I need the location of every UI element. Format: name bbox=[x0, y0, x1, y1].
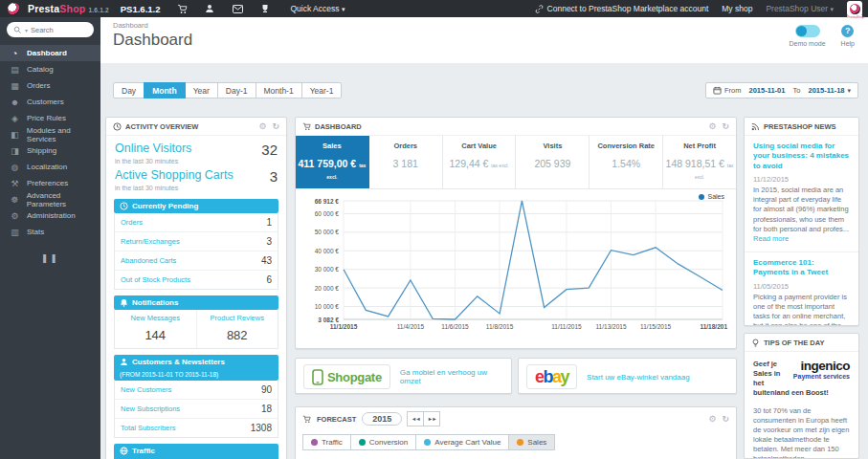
sidebar-item-preferences[interactable]: ⚒Preferences bbox=[0, 175, 100, 191]
online-visitors-link[interactable]: Online Visitors bbox=[115, 142, 191, 155]
range-month-button[interactable]: Month bbox=[144, 82, 186, 98]
sidebar-item-orders[interactable]: ▦Orders bbox=[0, 77, 100, 94]
customers-row: New Subscriptions18 bbox=[115, 400, 278, 419]
tip-content: ingenico Payment services Geef je Sales … bbox=[745, 352, 858, 459]
sidebar-item-customers[interactable]: ☻Customers bbox=[0, 94, 100, 110]
messages-icon[interactable] bbox=[232, 3, 244, 15]
online-visitors-value: 32 bbox=[261, 142, 278, 158]
refresh-icon[interactable]: ↻ bbox=[272, 121, 279, 131]
sidebar-item-stats[interactable]: ▥Stats bbox=[0, 224, 100, 240]
ebay-logo[interactable]: ebay bbox=[526, 364, 577, 389]
returns-link[interactable]: Return/Exchanges bbox=[121, 237, 180, 246]
forecast-tab-conversion[interactable]: Conversion bbox=[350, 434, 416, 450]
settings-gear-icon[interactable]: ⚙ bbox=[258, 121, 266, 131]
forecast-prev-button[interactable]: ◄◄ bbox=[407, 411, 424, 426]
read-more-link[interactable]: Read more bbox=[753, 234, 789, 243]
trophy-icon[interactable] bbox=[259, 3, 272, 15]
sidebar-search[interactable]: ▾ bbox=[7, 22, 94, 37]
settings-gear-icon[interactable]: ⚙ bbox=[708, 414, 716, 424]
forecast-tab-dot bbox=[517, 439, 523, 446]
forecast-panel: FORECAST 2015 ◄◄ ►► ⚙↻ Traffic Conversio… bbox=[295, 406, 737, 459]
shipping-icon: ◨ bbox=[10, 146, 20, 156]
person-icon bbox=[120, 358, 128, 366]
breadcrumb[interactable]: Dashboard bbox=[113, 21, 148, 30]
search-icon bbox=[13, 26, 22, 34]
kpi-orders-tab[interactable]: Orders3 181 bbox=[369, 136, 443, 188]
avatar[interactable]: PrestaShop bbox=[847, 1, 862, 16]
search-input[interactable] bbox=[31, 26, 83, 34]
sidebar-item-modules[interactable]: ◧Modules and Services bbox=[0, 126, 100, 142]
cart-icon bbox=[302, 415, 311, 424]
rss-icon bbox=[751, 122, 760, 131]
customers-quick-icon[interactable] bbox=[204, 3, 216, 15]
customers-newsletters-header: Customers & Newsletters (FROM 2015-11-01… bbox=[114, 355, 278, 381]
kpi-net-profit-tab[interactable]: Net Profit148 918,51 € tax excl. bbox=[663, 136, 736, 188]
advanced-parameters-icon: ☸ bbox=[10, 195, 20, 205]
search-scope-caret-icon[interactable]: ▾ bbox=[25, 27, 28, 33]
product-reviews-link[interactable]: Product Reviews bbox=[199, 314, 277, 322]
chart-legend[interactable]: Sales bbox=[699, 193, 724, 200]
new-messages-link[interactable]: New Messages bbox=[117, 314, 194, 322]
orders-link[interactable]: Orders bbox=[121, 218, 143, 227]
kpi-visits-tab[interactable]: Visits205 939 bbox=[516, 136, 590, 188]
new-customers-link[interactable]: New Customers bbox=[121, 385, 171, 394]
help-icon[interactable]: ? bbox=[841, 25, 854, 37]
sidebar-item-localization[interactable]: ◍Localization bbox=[0, 159, 100, 175]
range-day-1-button[interactable]: Day-1 bbox=[217, 82, 256, 98]
catalog-icon: ▤ bbox=[10, 65, 20, 75]
range-year-1-button[interactable]: Year-1 bbox=[301, 82, 343, 98]
user-menu[interactable]: PrestaShop User ▾ bbox=[766, 4, 834, 13]
refresh-icon[interactable]: ↻ bbox=[722, 414, 729, 424]
sales-chart: Sales 3 082 €10 000 €20 000 €30 000 €40 … bbox=[296, 193, 736, 342]
sidebar-item-advanced-parameters[interactable]: ☸Advanced Parameters bbox=[0, 191, 100, 208]
news-item-title-link[interactable]: Ecommerce 101: Payments in a Tweet bbox=[753, 258, 850, 278]
sidebar-item-price-rules[interactable]: ◈Price Rules bbox=[0, 110, 100, 126]
marketplace-connect-link[interactable]: Connect to PrestaShop Marketplace accoun… bbox=[535, 4, 709, 13]
forecast-tab-traffic[interactable]: Traffic bbox=[302, 434, 351, 450]
active-carts-link[interactable]: Active Shopping Carts bbox=[115, 168, 234, 182]
demo-mode-toggle[interactable] bbox=[795, 25, 820, 37]
cart-icon[interactable] bbox=[176, 3, 189, 15]
forecast-tab-dot bbox=[311, 439, 318, 446]
date-range-picker[interactable]: From 2015-11-01 To 2015-11-18 ▾ bbox=[705, 82, 858, 98]
total-subscribers-link[interactable]: Total Subscribers bbox=[121, 424, 176, 432]
kpi-cart-value-tab[interactable]: Cart Value129,44 € tax excl. bbox=[443, 136, 517, 188]
demo-mode-label: Demo mode bbox=[789, 40, 825, 47]
range-year-button[interactable]: Year bbox=[185, 82, 218, 98]
refresh-icon[interactable]: ↻ bbox=[722, 121, 729, 131]
my-shop-link[interactable]: My shop bbox=[722, 4, 752, 13]
shopgate-phone-icon bbox=[312, 369, 323, 385]
sidebar-item-shipping[interactable]: ◨Shipping bbox=[0, 142, 100, 159]
tips-of-the-day-panel: TIPS OF THE DAY ingenico Payment service… bbox=[744, 333, 859, 459]
prestashop-news-panel: PRESTASHOP NEWS Using social media for y… bbox=[744, 117, 859, 326]
chevron-down-icon: ▾ bbox=[830, 6, 834, 12]
forecast-tab-average-cart-value[interactable]: Average Cart Value bbox=[415, 434, 509, 450]
forecast-tab-sales[interactable]: Sales bbox=[508, 434, 555, 450]
forecast-next-button[interactable]: ►► bbox=[423, 411, 440, 426]
quick-access-menu[interactable]: Quick Access ▾ bbox=[291, 4, 345, 13]
shopgate-link[interactable]: Ga mobiel en verhoog uw omzet bbox=[400, 368, 503, 385]
settings-gear-icon[interactable]: ⚙ bbox=[708, 121, 716, 131]
svg-text:11/18/201: 11/18/201 bbox=[700, 323, 727, 330]
shop-name-link[interactable]: PS1.6.1.2 bbox=[121, 4, 161, 14]
kpi-conversion-rate-tab[interactable]: Conversion Rate1.54% bbox=[590, 136, 663, 188]
new-messages-cell: New Messages144 bbox=[115, 310, 196, 348]
sidebar-collapse-button[interactable]: ❚❚ bbox=[0, 253, 100, 263]
range-day-button[interactable]: Day bbox=[113, 82, 145, 98]
shopgate-logo[interactable]: Shopgate bbox=[303, 364, 390, 389]
new-subscriptions-link[interactable]: New Subscriptions bbox=[121, 404, 180, 413]
kpi-sales-tab[interactable]: Sales411 759,00 € tax excl. bbox=[296, 136, 369, 188]
abandoned-carts-link[interactable]: Abandoned Carts bbox=[121, 256, 176, 265]
ebay-link[interactable]: Start uw eBay-winkel vandaag bbox=[587, 373, 690, 382]
link-icon bbox=[535, 5, 544, 13]
sidebar-item-administration[interactable]: ⚙Administration bbox=[0, 208, 100, 224]
pending-row: Return/Exchanges3 bbox=[115, 232, 278, 251]
range-month-1-button[interactable]: Month-1 bbox=[256, 82, 302, 98]
out-of-stock-link[interactable]: Out of Stock Products bbox=[121, 275, 190, 284]
news-item-title-link[interactable]: Using social media for your business: 4 … bbox=[753, 142, 850, 171]
pending-row: Out of Stock Products6 bbox=[115, 271, 278, 289]
currently-pending-header: Currently Pending bbox=[114, 199, 278, 213]
sidebar-item-catalog[interactable]: ▤Catalog bbox=[0, 61, 100, 77]
online-visitors-subtext: in the last 30 minutes bbox=[106, 158, 286, 166]
sidebar-item-dashboard[interactable]: ◔Dashboard bbox=[0, 45, 100, 61]
